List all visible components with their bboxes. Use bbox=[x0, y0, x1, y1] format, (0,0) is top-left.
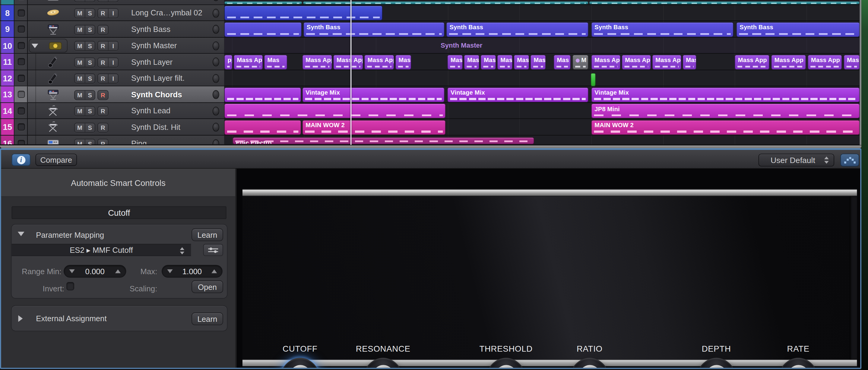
mute-button[interactable]: M bbox=[75, 42, 85, 50]
track-lane[interactable]: ppMass AppMasMass AppMass AppMass AppMas… bbox=[224, 54, 860, 70]
invert-checkbox[interactable] bbox=[66, 282, 74, 291]
midi-region[interactable]: Mas bbox=[395, 55, 411, 70]
midi-region[interactable]: Mass App bbox=[302, 55, 332, 70]
record-enable-button[interactable]: R bbox=[98, 90, 108, 99]
midi-region[interactable]: Mas bbox=[530, 55, 546, 70]
track-name[interactable]: Long Cra…ymbal 02 bbox=[131, 5, 203, 21]
record-enable-button[interactable]: R bbox=[98, 139, 108, 145]
track-lane[interactable]: Epic Electro bbox=[224, 135, 860, 145]
track-number[interactable]: 16 bbox=[1, 135, 14, 145]
track-checkbox[interactable] bbox=[18, 74, 25, 82]
horn-speaker-icon[interactable] bbox=[46, 56, 60, 69]
compare-button[interactable]: Compare bbox=[35, 154, 77, 166]
record-enable-button[interactable]: R bbox=[98, 107, 108, 115]
midi-region[interactable]: Mas bbox=[264, 55, 287, 70]
track-header-row[interactable]: 7 MSRI bbox=[0, 0, 224, 5]
midi-region[interactable]: Mas bbox=[497, 55, 513, 70]
track-checkbox[interactable] bbox=[18, 25, 25, 33]
stepper-up-icon[interactable] bbox=[211, 269, 217, 273]
track-number[interactable]: 13 bbox=[1, 86, 14, 102]
track-lane[interactable]: Synth BassSynth BassSynth BassSynth Bass bbox=[224, 21, 860, 37]
preset-select[interactable]: User Default bbox=[758, 154, 834, 166]
range-max-value[interactable]: 1.000 bbox=[183, 267, 202, 276]
track-on-off-indicator[interactable] bbox=[213, 139, 219, 145]
track-header-row[interactable]: 9 MSRSynth Bass bbox=[0, 21, 224, 37]
midi-region[interactable]: Synth Bass bbox=[446, 22, 588, 37]
track-checkbox[interactable] bbox=[18, 107, 25, 114]
keyboard-stand-icon[interactable] bbox=[46, 104, 60, 117]
track-checkbox[interactable] bbox=[18, 139, 25, 145]
automation-curve-button[interactable] bbox=[840, 154, 859, 166]
track-header-row[interactable]: 15 MSRSynth Dist. Hit bbox=[0, 119, 224, 135]
track-name[interactable]: Ping bbox=[131, 135, 147, 145]
parameter-mapping-learn-button[interactable]: Learn bbox=[191, 228, 223, 241]
record-enable-button[interactable]: R bbox=[98, 0, 108, 1]
solo-button[interactable]: S bbox=[85, 74, 95, 83]
midi-region[interactable]: Synth Bass bbox=[736, 22, 860, 37]
midi-region[interactable]: Mass App bbox=[591, 55, 620, 70]
stack-disclosure-triangle[interactable] bbox=[32, 43, 38, 48]
stack-folder-icon[interactable] bbox=[49, 39, 62, 52]
range-min-stepper[interactable]: 0.000 bbox=[64, 265, 126, 277]
midi-region[interactable] bbox=[589, 1, 860, 4]
input-monitor-button[interactable]: I bbox=[108, 58, 118, 67]
track-lane[interactable]: MAIN WOW 2MAIN WOW 2 bbox=[224, 119, 860, 135]
midi-region[interactable] bbox=[224, 5, 382, 21]
track-header-row[interactable]: 14 MSRSynth Lead bbox=[0, 102, 224, 119]
track-header-row[interactable]: 16 MSRPing bbox=[0, 135, 224, 145]
solo-button[interactable]: S bbox=[85, 139, 95, 145]
mute-button[interactable]: M bbox=[75, 9, 85, 18]
record-enable-button[interactable]: R bbox=[98, 123, 108, 132]
track-on-off-indicator[interactable] bbox=[213, 90, 219, 99]
midi-region[interactable]: Mass App bbox=[234, 55, 263, 70]
record-enable-button[interactable]: R bbox=[98, 9, 108, 18]
midi-region[interactable]: Mas bbox=[447, 55, 463, 70]
midi-region[interactable]: Mas bbox=[683, 55, 696, 70]
solo-button[interactable]: S bbox=[85, 58, 95, 67]
track-checkbox[interactable] bbox=[18, 42, 25, 49]
track-header-row[interactable]: 8 MSRILong Cra…ymbal 02 bbox=[0, 5, 224, 21]
midi-region[interactable]: JP8 Mini bbox=[591, 103, 860, 119]
midi-region[interactable]: Mas bbox=[480, 55, 496, 70]
mute-button[interactable]: M bbox=[75, 74, 85, 83]
track-on-off-indicator[interactable] bbox=[213, 58, 219, 66]
track-checkbox[interactable] bbox=[18, 91, 25, 98]
midi-region[interactable] bbox=[224, 120, 301, 135]
midi-region[interactable] bbox=[224, 103, 445, 119]
solo-button[interactable]: S bbox=[85, 107, 95, 115]
midi-region[interactable]: Vintage Mix bbox=[447, 87, 588, 102]
disclosure-triangle-icon[interactable] bbox=[19, 315, 23, 322]
mapping-options-button[interactable] bbox=[203, 244, 223, 256]
midi-region[interactable]: MAIN WOW 2 bbox=[591, 120, 860, 135]
track-on-off-indicator[interactable] bbox=[213, 123, 219, 131]
track-on-off-indicator[interactable] bbox=[213, 25, 219, 34]
stepper-down-icon[interactable] bbox=[69, 269, 74, 273]
track-name[interactable]: Synth Dist. Hit bbox=[131, 119, 180, 135]
midi-region[interactable]: Mass App bbox=[735, 55, 770, 70]
record-enable-button[interactable]: R bbox=[98, 58, 108, 67]
midi-region[interactable]: Synth Bass bbox=[591, 22, 734, 37]
record-enable-button[interactable]: R bbox=[98, 25, 108, 34]
scaling-open-button[interactable]: Open bbox=[191, 280, 223, 293]
range-min-value[interactable]: 0.000 bbox=[85, 267, 105, 276]
stepper-up-icon[interactable] bbox=[115, 269, 121, 273]
synth-keyboard-icon[interactable] bbox=[46, 88, 60, 101]
mute-button[interactable]: M bbox=[75, 58, 85, 67]
midi-region[interactable]: MAIN WOW 2 bbox=[302, 120, 445, 135]
track-number[interactable]: 8 bbox=[1, 5, 14, 21]
midi-region[interactable]: Mas bbox=[554, 55, 571, 70]
input-monitor-button[interactable]: I bbox=[108, 74, 118, 83]
track-lane[interactable] bbox=[224, 70, 860, 86]
midi-region[interactable] bbox=[224, 87, 301, 102]
drum-machine-icon[interactable] bbox=[46, 137, 60, 145]
track-lane[interactable] bbox=[224, 5, 860, 21]
range-max-stepper[interactable]: 1.000 bbox=[162, 265, 223, 277]
track-lane[interactable]: JP8 Mini bbox=[224, 102, 860, 119]
track-number[interactable]: 11 bbox=[1, 54, 14, 70]
midi-region[interactable]: pp bbox=[224, 55, 232, 70]
input-monitor-button[interactable]: I bbox=[108, 0, 118, 1]
track-number[interactable]: 14 bbox=[1, 102, 14, 119]
midi-region[interactable]: M bbox=[572, 55, 588, 70]
midi-region[interactable]: Mas bbox=[514, 55, 529, 70]
mute-button[interactable]: M bbox=[75, 25, 85, 34]
